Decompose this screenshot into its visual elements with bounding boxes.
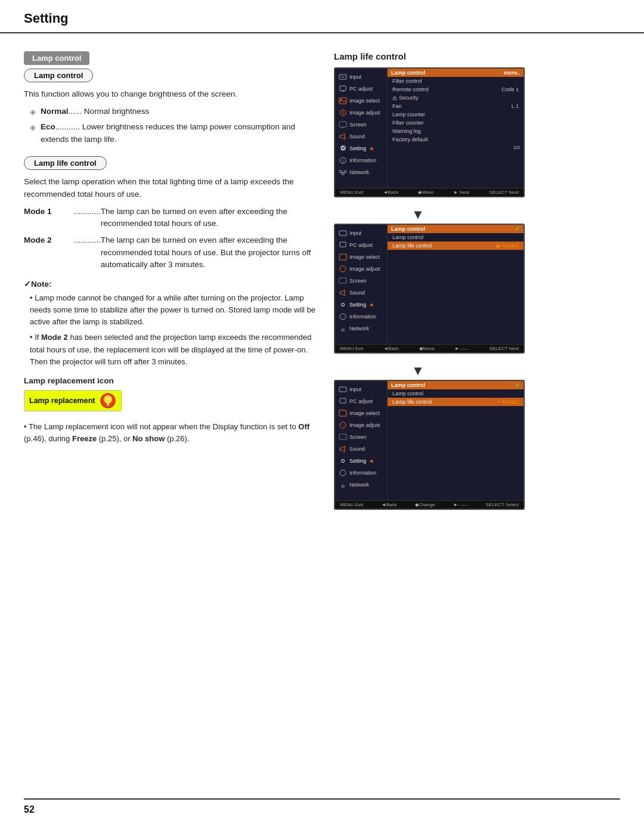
- sidebar3-setting: Setting ◄: [335, 455, 387, 467]
- proj-menu-lamp-counter: Lamp counter: [388, 110, 524, 119]
- page-header: Setting: [0, 0, 644, 33]
- svg-rect-33: [340, 398, 346, 403]
- svg-rect-25: [339, 254, 346, 260]
- input-icon: [339, 385, 347, 394]
- lamp-replacement-section: Lamp replacement icon Lamp replacement •…: [24, 376, 316, 445]
- lamp-life-modes: Mode 1 ............ The lamp can be turn…: [24, 206, 316, 271]
- right-section-title: Lamp life control: [334, 51, 620, 61]
- proj-footer-3: MENU Exit ◄Back ◆Change ►------ SELECT S…: [335, 500, 524, 509]
- svg-rect-36: [339, 434, 346, 439]
- image-select-icon: [339, 409, 347, 417]
- left-column: Lamp control Lamp control This function …: [24, 51, 316, 521]
- arrow-down-2: ▼: [334, 364, 620, 377]
- pc-adjust-icon: [339, 85, 347, 93]
- svg-rect-7: [339, 98, 346, 104]
- sidebar2-pc-adjust: PC adjust: [335, 239, 387, 251]
- note-item-2: • If Mode 2 has been selected and the pr…: [24, 332, 316, 367]
- sidebar-sound: Sound: [335, 131, 387, 143]
- sidebar3-pc-adjust: PC adjust: [335, 395, 387, 407]
- proj-menu3-lamp-control: Lamp control: [388, 389, 524, 398]
- svg-marker-37: [340, 446, 345, 452]
- bullet-icon: ◈: [30, 106, 36, 118]
- sidebar3-network: Network: [335, 479, 387, 491]
- note-item-1: • Lamp mode cannot be changed for a whil…: [24, 292, 316, 328]
- projector-screen-3: Input PC adjust Image select Image adjus…: [334, 380, 525, 510]
- proj-menu-filter-control: Filter control: [388, 77, 524, 85]
- svg-rect-31: [342, 329, 344, 331]
- proj-menu3-lamp-life: Lamp life control ÷ Mode1: [388, 398, 524, 406]
- screen-icon: [339, 433, 347, 441]
- proj-main-3: Lamp control ✔ Lamp control Lamp life co…: [388, 381, 524, 500]
- svg-point-29: [342, 304, 345, 306]
- sound-icon: [339, 289, 347, 297]
- input-icon: [339, 229, 347, 237]
- image-select-icon: [339, 97, 347, 105]
- svg-rect-24: [340, 242, 346, 247]
- sidebar3-image-adjust: Image adjust: [335, 419, 387, 431]
- screen-icon: [339, 277, 347, 285]
- lamp-replacement-badge: Lamp replacement: [24, 390, 122, 411]
- information-icon: i: [339, 156, 347, 165]
- image-adjust-icon: [339, 421, 347, 429]
- lamp-life-label: Lamp life control: [24, 156, 107, 170]
- svg-rect-2: [107, 406, 109, 407]
- sidebar-network: Network: [335, 166, 387, 178]
- lamp-mode-eco: ◈ Eco........... Lower brightness reduce…: [30, 121, 316, 145]
- lamp-control-description: This function allows you to change brigh…: [24, 88, 316, 101]
- lamp-replacement-icon: [100, 392, 116, 409]
- proj-menu2-lamp-life: Lamp life control ▶ Mode1: [388, 241, 524, 250]
- lamp-replacement-text: Lamp replacement: [29, 397, 95, 405]
- page-number: 52: [24, 804, 35, 815]
- proj-main-2: Lamp control ✔ Lamp control Lamp life co…: [388, 225, 524, 344]
- sidebar2-screen: Screen: [335, 275, 387, 287]
- lamp-control-outer-label: Lamp control: [24, 51, 89, 65]
- image-select-icon: [339, 253, 347, 261]
- svg-rect-1: [107, 405, 110, 406]
- setting-icon: [339, 301, 347, 309]
- sidebar2-setting: Setting ◄: [335, 299, 387, 311]
- svg-text:i: i: [342, 159, 343, 163]
- svg-point-30: [340, 314, 346, 320]
- proj-footer-2: MENU Exit ◄Back ◆Mova ►------ SELECT Nex…: [335, 344, 524, 352]
- information-icon: [339, 469, 347, 477]
- sidebar-pc-adjust: PC adjust: [335, 83, 387, 95]
- svg-rect-11: [339, 122, 346, 127]
- network-icon: [339, 481, 347, 489]
- sidebar2-network: Network: [335, 323, 387, 335]
- proj-sidebar-1: Input PC adjust Image select Image adjus…: [335, 69, 388, 188]
- svg-point-26: [340, 266, 346, 272]
- lamp-replacement-label: Lamp replacement icon: [24, 376, 316, 385]
- sidebar-image-select: Image select: [335, 95, 387, 107]
- setting-icon: [339, 144, 347, 153]
- svg-rect-17: [342, 173, 344, 175]
- screen-icon: [339, 120, 347, 129]
- page-footer: 52: [24, 798, 620, 815]
- image-adjust-icon: [339, 265, 347, 273]
- sidebar2-information: Information: [335, 311, 387, 323]
- input-icon: [339, 73, 347, 81]
- svg-rect-40: [342, 485, 344, 487]
- sidebar-information: i Information: [335, 154, 387, 166]
- sidebar-setting: Setting ◄: [335, 143, 387, 154]
- svg-rect-22: [394, 98, 397, 100]
- proj-menu-remote-control: Remote controlCode 1: [388, 85, 524, 94]
- projector-screen-2: Input PC adjust Image select Image adjus…: [334, 224, 525, 354]
- lamp-modes-list: ◈ Normal...... Normal brightness ◈ Eco..…: [30, 106, 316, 145]
- proj-menu-security: Security: [388, 94, 524, 102]
- proj-menu-title-2: Lamp control ✔: [388, 225, 524, 233]
- sidebar2-sound: Sound: [335, 287, 387, 299]
- image-adjust-icon: [339, 109, 347, 117]
- pc-adjust-icon: [339, 397, 347, 405]
- sidebar2-image-select: Image select: [335, 251, 387, 263]
- proj-menu-warning-log: Warning log: [388, 127, 524, 135]
- proj-menu-title-1: Lamp control more..: [388, 69, 524, 77]
- lamp-control-inner-label: Lamp control: [24, 69, 93, 82]
- sidebar3-sound: Sound: [335, 443, 387, 455]
- proj-menu2-lamp-control: Lamp control: [388, 233, 524, 241]
- lamp-life-description: Select the lamp operation when the total…: [24, 176, 316, 201]
- note-section: ✓Note: • Lamp mode cannot be changed for…: [24, 279, 316, 368]
- right-column: Lamp life control Input PC adjust: [334, 51, 620, 521]
- sound-icon: [339, 132, 347, 141]
- lock-icon: [392, 95, 397, 100]
- svg-rect-23: [339, 231, 346, 236]
